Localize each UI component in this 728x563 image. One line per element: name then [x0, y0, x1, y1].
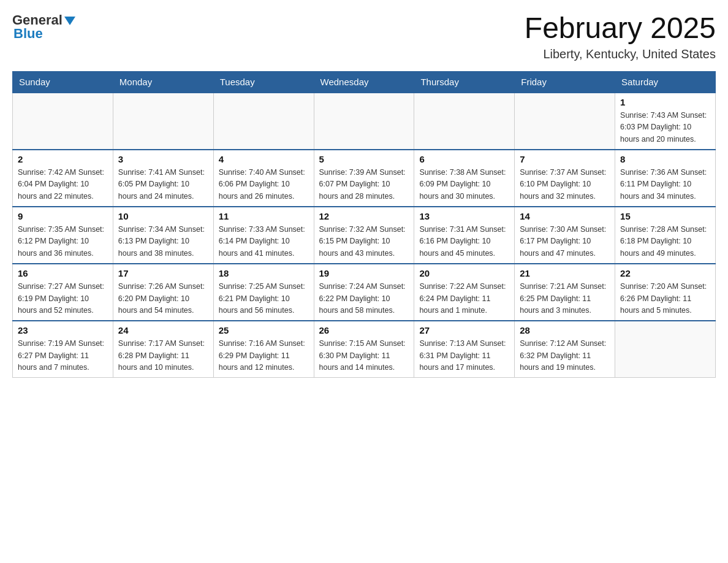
calendar-day: [615, 321, 716, 378]
calendar-day: 16Sunrise: 7:27 AM Sunset: 6:19 PM Dayli…: [13, 264, 113, 321]
calendar-day: [213, 93, 314, 150]
calendar-day: 27Sunrise: 7:13 AM Sunset: 6:31 PM Dayli…: [414, 321, 515, 378]
day-info: Sunrise: 7:41 AM Sunset: 6:05 PM Dayligh…: [118, 167, 208, 202]
day-number: 10: [118, 211, 208, 221]
calendar-day: 10Sunrise: 7:34 AM Sunset: 6:13 PM Dayli…: [113, 207, 213, 264]
calendar-day: [515, 93, 615, 150]
calendar-day: 12Sunrise: 7:32 AM Sunset: 6:15 PM Dayli…: [314, 207, 414, 264]
day-number: 24: [118, 325, 208, 335]
day-info: Sunrise: 7:20 AM Sunset: 6:26 PM Dayligh…: [620, 281, 710, 316]
day-of-week-header: Saturday: [615, 71, 716, 93]
day-number: 3: [118, 154, 208, 164]
logo-blue: Blue: [13, 26, 43, 42]
calendar-day: 5Sunrise: 7:39 AM Sunset: 6:07 PM Daylig…: [314, 150, 414, 207]
day-number: 17: [118, 268, 208, 278]
calendar-day: 22Sunrise: 7:20 AM Sunset: 6:26 PM Dayli…: [615, 264, 716, 321]
day-info: Sunrise: 7:31 AM Sunset: 6:16 PM Dayligh…: [419, 224, 509, 259]
day-info: Sunrise: 7:30 AM Sunset: 6:17 PM Dayligh…: [520, 224, 610, 259]
calendar-day: 13Sunrise: 7:31 AM Sunset: 6:16 PM Dayli…: [414, 207, 515, 264]
day-info: Sunrise: 7:35 AM Sunset: 6:12 PM Dayligh…: [18, 224, 108, 259]
day-number: 28: [520, 325, 610, 335]
day-of-week-header: Tuesday: [213, 71, 314, 93]
calendar-day: 3Sunrise: 7:41 AM Sunset: 6:05 PM Daylig…: [113, 150, 213, 207]
day-info: Sunrise: 7:39 AM Sunset: 6:07 PM Dayligh…: [319, 167, 409, 202]
day-of-week-header: Friday: [515, 71, 615, 93]
day-number: 8: [620, 154, 710, 164]
day-number: 20: [419, 268, 509, 278]
calendar-day: 1Sunrise: 7:43 AM Sunset: 6:03 PM Daylig…: [615, 93, 716, 150]
day-number: 18: [219, 268, 309, 278]
day-info: Sunrise: 7:16 AM Sunset: 6:29 PM Dayligh…: [219, 338, 309, 373]
week-row: 23Sunrise: 7:19 AM Sunset: 6:27 PM Dayli…: [13, 321, 716, 378]
day-number: 14: [520, 211, 610, 221]
calendar-day: 7Sunrise: 7:37 AM Sunset: 6:10 PM Daylig…: [515, 150, 615, 207]
calendar-day: 23Sunrise: 7:19 AM Sunset: 6:27 PM Dayli…: [13, 321, 113, 378]
calendar-day: 15Sunrise: 7:28 AM Sunset: 6:18 PM Dayli…: [615, 207, 716, 264]
calendar-header-row: SundayMondayTuesdayWednesdayThursdayFrid…: [13, 71, 716, 93]
calendar-day: 2Sunrise: 7:42 AM Sunset: 6:04 PM Daylig…: [13, 150, 113, 207]
day-number: 13: [419, 211, 509, 221]
calendar-day: [13, 93, 113, 150]
day-info: Sunrise: 7:21 AM Sunset: 6:25 PM Dayligh…: [520, 281, 610, 316]
day-number: 1: [620, 97, 710, 107]
calendar-day: 9Sunrise: 7:35 AM Sunset: 6:12 PM Daylig…: [13, 207, 113, 264]
day-info: Sunrise: 7:38 AM Sunset: 6:09 PM Dayligh…: [419, 167, 509, 202]
calendar-day: 6Sunrise: 7:38 AM Sunset: 6:09 PM Daylig…: [414, 150, 515, 207]
month-title: February 2025: [525, 12, 716, 45]
page-header: General Blue February 2025 Liberty, Kent…: [12, 12, 716, 61]
day-info: Sunrise: 7:13 AM Sunset: 6:31 PM Dayligh…: [419, 338, 509, 373]
calendar-day: 21Sunrise: 7:21 AM Sunset: 6:25 PM Dayli…: [515, 264, 615, 321]
day-info: Sunrise: 7:42 AM Sunset: 6:04 PM Dayligh…: [18, 167, 108, 202]
calendar-day: 8Sunrise: 7:36 AM Sunset: 6:11 PM Daylig…: [615, 150, 716, 207]
week-row: 16Sunrise: 7:27 AM Sunset: 6:19 PM Dayli…: [13, 264, 716, 321]
calendar-day: 17Sunrise: 7:26 AM Sunset: 6:20 PM Dayli…: [113, 264, 213, 321]
calendar-day: 18Sunrise: 7:25 AM Sunset: 6:21 PM Dayli…: [213, 264, 314, 321]
day-number: 27: [419, 325, 509, 335]
calendar-day: 11Sunrise: 7:33 AM Sunset: 6:14 PM Dayli…: [213, 207, 314, 264]
day-number: 7: [520, 154, 610, 164]
day-number: 16: [18, 268, 108, 278]
day-number: 9: [18, 211, 108, 221]
week-row: 1Sunrise: 7:43 AM Sunset: 6:03 PM Daylig…: [13, 93, 716, 150]
logo: General Blue: [12, 12, 75, 42]
week-row: 2Sunrise: 7:42 AM Sunset: 6:04 PM Daylig…: [13, 150, 716, 207]
calendar-day: [314, 93, 414, 150]
day-of-week-header: Sunday: [13, 71, 113, 93]
day-info: Sunrise: 7:32 AM Sunset: 6:15 PM Dayligh…: [319, 224, 409, 259]
logo-triangle-icon: [64, 17, 75, 25]
day-number: 26: [319, 325, 409, 335]
week-row: 9Sunrise: 7:35 AM Sunset: 6:12 PM Daylig…: [13, 207, 716, 264]
calendar-day: [113, 93, 213, 150]
day-of-week-header: Wednesday: [314, 71, 414, 93]
day-info: Sunrise: 7:40 AM Sunset: 6:06 PM Dayligh…: [219, 167, 309, 202]
title-block: February 2025 Liberty, Kentucky, United …: [525, 12, 716, 61]
day-number: 15: [620, 211, 710, 221]
calendar-day: 19Sunrise: 7:24 AM Sunset: 6:22 PM Dayli…: [314, 264, 414, 321]
location: Liberty, Kentucky, United States: [525, 47, 716, 61]
day-info: Sunrise: 7:36 AM Sunset: 6:11 PM Dayligh…: [620, 167, 710, 202]
day-number: 12: [319, 211, 409, 221]
day-number: 19: [319, 268, 409, 278]
day-number: 2: [18, 154, 108, 164]
day-number: 25: [219, 325, 309, 335]
day-number: 11: [219, 211, 309, 221]
day-number: 4: [219, 154, 309, 164]
day-info: Sunrise: 7:43 AM Sunset: 6:03 PM Dayligh…: [620, 110, 710, 145]
calendar-day: 4Sunrise: 7:40 AM Sunset: 6:06 PM Daylig…: [213, 150, 314, 207]
calendar-day: [414, 93, 515, 150]
day-info: Sunrise: 7:19 AM Sunset: 6:27 PM Dayligh…: [18, 338, 108, 373]
calendar-day: 20Sunrise: 7:22 AM Sunset: 6:24 PM Dayli…: [414, 264, 515, 321]
calendar-day: 24Sunrise: 7:17 AM Sunset: 6:28 PM Dayli…: [113, 321, 213, 378]
calendar-day: 26Sunrise: 7:15 AM Sunset: 6:30 PM Dayli…: [314, 321, 414, 378]
day-info: Sunrise: 7:15 AM Sunset: 6:30 PM Dayligh…: [319, 338, 409, 373]
calendar-day: 14Sunrise: 7:30 AM Sunset: 6:17 PM Dayli…: [515, 207, 615, 264]
day-info: Sunrise: 7:24 AM Sunset: 6:22 PM Dayligh…: [319, 281, 409, 316]
day-info: Sunrise: 7:27 AM Sunset: 6:19 PM Dayligh…: [18, 281, 108, 316]
day-info: Sunrise: 7:17 AM Sunset: 6:28 PM Dayligh…: [118, 338, 208, 373]
day-of-week-header: Thursday: [414, 71, 515, 93]
day-info: Sunrise: 7:22 AM Sunset: 6:24 PM Dayligh…: [419, 281, 509, 316]
day-info: Sunrise: 7:28 AM Sunset: 6:18 PM Dayligh…: [620, 224, 710, 259]
day-info: Sunrise: 7:37 AM Sunset: 6:10 PM Dayligh…: [520, 167, 610, 202]
day-info: Sunrise: 7:26 AM Sunset: 6:20 PM Dayligh…: [118, 281, 208, 316]
day-number: 22: [620, 268, 710, 278]
